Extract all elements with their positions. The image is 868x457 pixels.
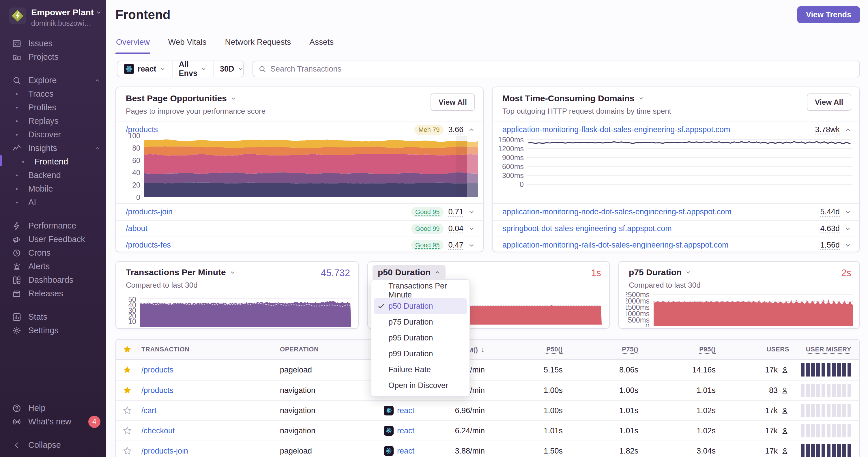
chevron-up-icon[interactable] xyxy=(844,126,851,133)
menu-item-failure-rate[interactable]: Failure Rate xyxy=(374,362,467,378)
p75-title-dropdown[interactable]: p75 Duration xyxy=(629,267,701,277)
transaction-link[interactable]: /cart xyxy=(142,406,280,415)
sidebar-item-help[interactable]: Help xyxy=(0,401,106,415)
sidebar-item-collapse[interactable]: Collapse xyxy=(0,438,106,452)
menu-item-p99-duration[interactable]: p99 Duration xyxy=(374,346,467,362)
star-column-header[interactable] xyxy=(123,345,142,354)
p75-area-chart[interactable]: 2500ms2000ms1500ms1000ms500ms0 xyxy=(626,291,854,327)
date-range-filter[interactable]: 30D xyxy=(213,61,250,77)
tab-assets[interactable]: Assets xyxy=(309,35,334,54)
page-score-stacked-chart[interactable]: 100806040200 xyxy=(121,131,479,202)
menu-item-open-in-discover[interactable]: Open in Discover xyxy=(374,378,467,394)
chevron-down-icon[interactable] xyxy=(468,225,475,232)
tpm-area-chart[interactable]: 5040302010 xyxy=(123,293,352,327)
chevron-down-icon[interactable] xyxy=(844,208,851,216)
org-switcher[interactable]: Empower Plant dominik.buszowiec... xyxy=(0,0,106,30)
sidebar-item-user-feedback[interactable]: User Feedback xyxy=(0,232,106,246)
score-badge[interactable]: Good 95 xyxy=(411,207,443,217)
project-cell[interactable]: react xyxy=(384,426,439,436)
page-row[interactable]: /about Good 99 0.04 xyxy=(116,220,483,236)
chevron-down-icon[interactable] xyxy=(844,225,851,232)
tpm-title-dropdown[interactable]: Transactions Per Minute xyxy=(126,267,236,277)
star-outline-icon[interactable] xyxy=(123,426,142,435)
best-pages-view-all-button[interactable]: View All xyxy=(431,94,475,111)
menu-item-transactions-per-minute[interactable]: Transactions Per Minute xyxy=(374,283,467,298)
menu-item-p50-duration[interactable]: p50 Duration xyxy=(374,298,467,314)
sidebar-item-discover[interactable]: Discover xyxy=(0,128,106,141)
domain-row[interactable]: springboot-dot-sales-engineering-sf.apps… xyxy=(493,220,859,236)
domains-title-dropdown[interactable]: Most Time-Consuming Domains xyxy=(502,94,671,103)
megaphone-icon xyxy=(11,234,22,244)
sidebar-item-alerts[interactable]: Alerts xyxy=(0,260,106,273)
environment-filter[interactable]: All Envs xyxy=(172,61,213,77)
col-user-misery[interactable]: USER MISERY xyxy=(789,346,851,353)
best-pages-title-dropdown[interactable]: Best Page Opportunities xyxy=(126,94,266,103)
chevron-down-icon[interactable] xyxy=(468,208,475,216)
sidebar-item-performance[interactable]: Performance xyxy=(0,219,106,232)
tab-overview[interactable]: Overview xyxy=(116,35,150,54)
star-outline-icon[interactable] xyxy=(123,447,142,455)
domain-link[interactable]: springboot-dot-sales-engineering-sf.apps… xyxy=(502,224,672,233)
score-badge[interactable]: Good 95 xyxy=(411,240,443,251)
project-cell[interactable]: react xyxy=(384,406,439,416)
score-badge[interactable]: Good 99 xyxy=(411,224,443,234)
sidebar-item-insights[interactable]: Insights xyxy=(0,141,106,155)
page-row[interactable]: /products-join Good 95 0.71 xyxy=(116,204,483,220)
domain-link[interactable]: application-monitoring-rails-dot-sales-e… xyxy=(502,240,728,250)
sidebar-item-label: Profiles xyxy=(28,103,56,112)
project-filter[interactable]: react xyxy=(118,61,172,77)
transaction-link[interactable]: /products xyxy=(142,386,280,395)
domain-duration-line-chart[interactable]: 1500ms1200ms900ms600ms300ms0 xyxy=(497,133,855,200)
star-filled-icon[interactable] xyxy=(123,386,142,395)
chevron-down-icon[interactable] xyxy=(468,242,475,249)
sidebar-item-frontend[interactable]: Frontend xyxy=(0,155,106,168)
p50-title-dropdown[interactable]: p50 Duration xyxy=(373,265,445,280)
menu-item-p95-duration[interactable]: p95 Duration xyxy=(374,330,467,346)
page-link[interactable]: /products-fes xyxy=(126,240,171,250)
tab-web-vitals[interactable]: Web Vitals xyxy=(168,35,207,54)
domain-row[interactable]: application-monitoring-rails-dot-sales-e… xyxy=(493,236,859,253)
star-outline-icon[interactable] xyxy=(123,406,142,415)
chevron-up-icon[interactable] xyxy=(94,145,100,152)
sidebar-item-dashboards[interactable]: Dashboards xyxy=(0,273,106,287)
sidebar-item-whats-new[interactable]: What's new4 xyxy=(0,415,106,428)
project-cell[interactable]: react xyxy=(384,446,439,456)
sidebar-item-releases[interactable]: Releases xyxy=(0,287,106,300)
domain-row[interactable]: application-monitoring-node-dot-sales-en… xyxy=(493,204,859,220)
domains-view-all-button[interactable]: View All xyxy=(807,94,851,111)
chevron-up-icon[interactable] xyxy=(94,77,100,84)
chevron-down-icon[interactable] xyxy=(844,242,851,249)
star-filled-icon[interactable] xyxy=(123,365,142,374)
sidebar-item-stats[interactable]: Stats xyxy=(0,310,106,324)
tab-network-requests[interactable]: Network Requests xyxy=(224,35,292,54)
panel-title-label: Most Time-Consuming Domains xyxy=(502,94,634,103)
sidebar: Empower Plant dominik.buszowiec... Issue… xyxy=(0,0,106,457)
page-link[interactable]: /about xyxy=(126,224,148,233)
page-link[interactable]: /products-join xyxy=(126,207,173,217)
col-p50[interactable]: P50() xyxy=(485,346,563,353)
sidebar-item-explore[interactable]: Explore xyxy=(0,73,106,87)
col-p95[interactable]: P95() xyxy=(638,346,716,353)
sidebar-item-backend[interactable]: Backend xyxy=(0,168,106,182)
sidebar-item-mobile[interactable]: Mobile xyxy=(0,182,106,196)
sidebar-item-settings[interactable]: Settings xyxy=(0,324,106,337)
search-input[interactable] xyxy=(270,65,854,73)
domain-link[interactable]: application-monitoring-flask-dot-sales-e… xyxy=(502,125,730,134)
sidebar-item-crons[interactable]: Crons xyxy=(0,246,106,260)
transaction-link[interactable]: /products-join xyxy=(142,447,280,456)
page-row[interactable]: /products-fes Good 95 0.47 xyxy=(116,236,483,253)
view-trends-button[interactable]: View Trends xyxy=(797,6,860,23)
domain-link[interactable]: application-monitoring-node-dot-sales-en… xyxy=(502,207,732,217)
sidebar-item-replays[interactable]: Replays xyxy=(0,114,106,128)
sidebar-item-projects[interactable]: Projects xyxy=(0,50,106,64)
sidebar-item-label: Insights xyxy=(28,143,57,153)
col-p75[interactable]: P75() xyxy=(563,346,638,353)
sidebar-item-profiles[interactable]: Profiles xyxy=(0,101,106,114)
react-project-icon xyxy=(384,406,394,416)
menu-item-p75-duration[interactable]: p75 Duration xyxy=(374,314,467,330)
transaction-link[interactable]: /products xyxy=(142,365,280,374)
sidebar-item-issues[interactable]: Issues xyxy=(0,37,106,50)
sidebar-item-traces[interactable]: Traces xyxy=(0,87,106,101)
transaction-link[interactable]: /checkout xyxy=(142,426,280,435)
sidebar-item-ai[interactable]: AI xyxy=(0,196,106,209)
